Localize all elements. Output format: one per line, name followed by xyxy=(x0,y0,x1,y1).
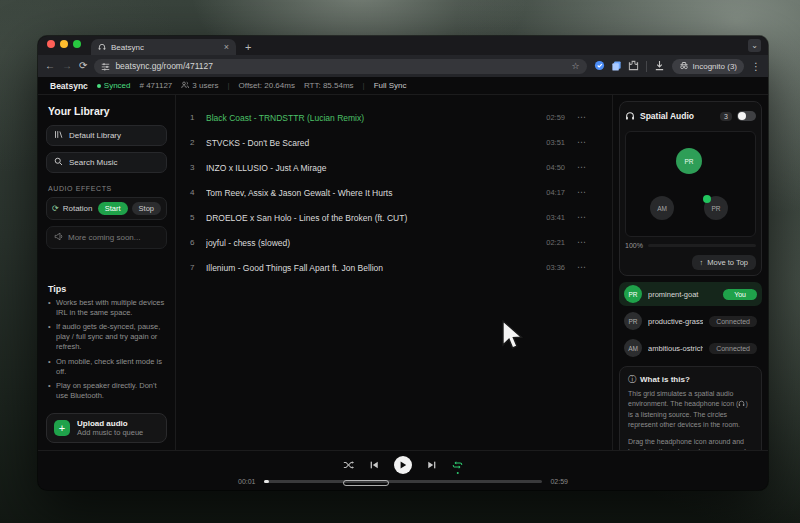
track-title: joyful - chess (slowed) xyxy=(206,238,546,248)
track-row[interactable]: 4 Tom Reev, Assix & Jason Gewalt - Where… xyxy=(176,180,612,205)
up-arrow-icon: ↑ xyxy=(700,258,704,267)
player-controls xyxy=(343,456,463,474)
toggle-knob xyxy=(738,112,746,120)
library-title: Your Library xyxy=(48,105,167,117)
extension-pages-icon[interactable] xyxy=(611,57,622,75)
mouse-cursor xyxy=(500,320,524,356)
rtt-value: RTT: 85.54ms xyxy=(304,81,354,90)
more-coming-soon: More coming soon... xyxy=(46,226,167,249)
extensions-puzzle-icon[interactable] xyxy=(628,57,639,75)
app-brand: Beatsync xyxy=(50,81,88,91)
tab-strip-chevron-icon[interactable]: ⌄ xyxy=(748,39,761,52)
track-title: Tom Reev, Assix & Jason Gewalt - Where I… xyxy=(206,188,546,198)
play-button[interactable] xyxy=(394,456,412,474)
app-status-bar: Beatsync Synced # 471127 3 users | Offse… xyxy=(38,77,768,95)
plus-icon: + xyxy=(54,420,70,436)
site-info-icon[interactable] xyxy=(101,57,110,75)
user-status-badge: You xyxy=(723,289,757,300)
forward-button[interactable]: → xyxy=(62,61,72,71)
search-icon xyxy=(54,157,63,168)
track-duration: 03:36 xyxy=(546,263,565,272)
beatsync-app: Beatsync Synced # 471127 3 users | Offse… xyxy=(38,77,768,490)
extension-blue-circle-icon[interactable] xyxy=(594,57,605,75)
upload-audio-label: Upload audio xyxy=(77,419,143,428)
volume-bar[interactable] xyxy=(648,244,756,247)
browser-tab[interactable]: Beatsync × xyxy=(91,39,236,55)
tab-strip: Beatsync × + ⌄ xyxy=(38,36,768,55)
sync-status: Synced xyxy=(97,81,131,90)
back-button[interactable]: ← xyxy=(45,61,55,71)
close-window-button[interactable] xyxy=(47,40,55,48)
rotation-start-button[interactable]: Start xyxy=(98,202,128,215)
address-bar[interactable]: beatsync.gg/room/471127 ☆ xyxy=(94,59,586,74)
tab-title: Beatsync xyxy=(111,43,219,52)
user-count: 3 users xyxy=(181,81,218,91)
track-duration: 03:41 xyxy=(546,213,565,222)
user-avatar: PR xyxy=(624,285,642,303)
player-bar: 00:01 02:59 xyxy=(38,450,768,490)
info-title-row: ⓘ What is this? xyxy=(628,374,753,385)
bookmark-star-icon[interactable]: ☆ xyxy=(571,61,579,71)
track-title: Black Coast - TRNDSTTR (Lucian Remix) xyxy=(206,113,546,123)
user-status-badge: Connected xyxy=(709,316,757,327)
track-menu-button[interactable]: ⋯ xyxy=(577,188,586,197)
track-row[interactable]: 5 DROELOE x San Holo - Lines of the Brok… xyxy=(176,205,612,230)
bottom-handle xyxy=(343,480,389,486)
shuffle-button[interactable] xyxy=(343,460,354,470)
track-title: STVCKS - Don't Be Scared xyxy=(206,138,546,148)
next-track-button[interactable] xyxy=(427,460,437,470)
sync-status-label: Synced xyxy=(104,81,131,90)
full-sync-button[interactable]: Full Sync xyxy=(374,81,407,90)
device-node-pr-green[interactable]: PR xyxy=(676,148,702,174)
listener-source-dot[interactable] xyxy=(703,195,711,203)
track-menu-button[interactable]: ⋯ xyxy=(577,113,586,122)
offset-value: Offset: 20.64ms xyxy=(239,81,295,90)
tips-heading: Tips xyxy=(48,284,167,294)
track-row[interactable]: 3 INZO x ILLUSIO - Just A Mirage 04:50 ⋯ xyxy=(176,155,612,180)
seek-bar[interactable] xyxy=(264,480,543,483)
sidebar-item-label: Search Music xyxy=(69,158,117,167)
track-row[interactable]: 2 STVCKS - Don't Be Scared 03:51 ⋯ xyxy=(176,130,612,155)
previous-track-button[interactable] xyxy=(369,460,379,470)
upload-audio-button[interactable]: + Upload audio Add music to queue xyxy=(46,413,167,443)
user-row[interactable]: PR prominent-goat You xyxy=(619,282,762,306)
repeat-button[interactable] xyxy=(452,460,463,470)
device-node-am[interactable]: AM xyxy=(650,196,674,220)
tab-close-icon[interactable]: × xyxy=(224,43,229,52)
minimize-window-button[interactable] xyxy=(60,40,68,48)
audio-effects-heading: AUDIO EFFECTS xyxy=(48,185,167,192)
track-duration: 02:21 xyxy=(546,238,565,247)
progress-row: 00:01 02:59 xyxy=(238,478,568,485)
track-row[interactable]: 7 Illenium - Good Things Fall Apart ft. … xyxy=(176,255,612,280)
track-menu-button[interactable]: ⋯ xyxy=(577,263,586,272)
user-status-badge: Connected xyxy=(709,343,757,354)
track-row[interactable]: 1 Black Coast - TRNDSTTR (Lucian Remix) … xyxy=(176,105,612,130)
spatial-grid[interactable]: PR AM PR xyxy=(625,131,756,237)
reload-button[interactable]: ⟳ xyxy=(79,61,87,71)
device-node-pr-gray[interactable]: PR xyxy=(704,196,728,220)
spatial-audio-toggle[interactable] xyxy=(737,111,756,121)
track-row[interactable]: 6 joyful - chess (slowed) 02:21 ⋯ xyxy=(176,230,612,255)
spatial-audio-title: Spatial Audio xyxy=(640,111,715,121)
status-divider: | xyxy=(363,81,365,90)
user-row[interactable]: AM ambitious-ostrich Connected xyxy=(619,336,762,360)
track-number: 4 xyxy=(190,188,206,197)
user-row[interactable]: PR productive-grassho... Connected xyxy=(619,309,762,333)
track-menu-button[interactable]: ⋯ xyxy=(577,238,586,247)
sidebar-item-default-library[interactable]: Default Library xyxy=(46,125,167,146)
track-menu-button[interactable]: ⋯ xyxy=(577,213,586,222)
track-menu-button[interactable]: ⋯ xyxy=(577,138,586,147)
beatsync-favicon-icon xyxy=(98,43,106,51)
browser-menu-icon[interactable]: ⋮ xyxy=(751,61,761,72)
track-number: 7 xyxy=(190,263,206,272)
maximize-window-button[interactable] xyxy=(73,40,81,48)
rotation-stop-button[interactable]: Stop xyxy=(132,202,161,215)
track-menu-button[interactable]: ⋯ xyxy=(577,163,586,172)
incognito-badge[interactable]: Incognito (3) xyxy=(672,59,744,74)
new-tab-button[interactable]: + xyxy=(245,42,251,55)
track-number: 3 xyxy=(190,163,206,172)
download-icon[interactable] xyxy=(654,57,665,75)
browser-window: Beatsync × + ⌄ ← → ⟳ beatsync.gg/room/47… xyxy=(38,36,768,490)
sidebar-item-search-music[interactable]: Search Music xyxy=(46,152,167,173)
move-to-top-button[interactable]: ↑ Move to Top xyxy=(692,255,756,270)
